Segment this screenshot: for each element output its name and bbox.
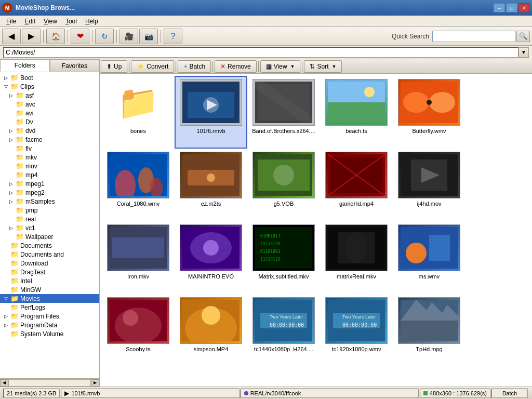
tab-folders[interactable]: Folders <box>0 59 50 72</box>
menu-tool[interactable]: Tool <box>61 17 81 26</box>
tree-item-vc1[interactable]: ▷ 📁vc1 <box>7 223 99 232</box>
tree-item-flv[interactable]: 📁flv <box>7 144 99 153</box>
file-item-beach[interactable]: beach.ts <box>320 76 393 149</box>
tree-item-movies[interactable]: ▽ 📁Movies <box>0 294 99 303</box>
remove-button[interactable]: ✕ Remove <box>215 60 257 73</box>
file-item-matrixreal[interactable]: matrixReal.mkv <box>320 221 393 294</box>
tree-item-mpeg2[interactable]: ▷ 📁mpeg2 <box>7 188 99 197</box>
thumb-svg-butterfly <box>401 82 458 123</box>
menu-file[interactable]: File <box>2 17 20 26</box>
tree-item-documents-and[interactable]: 📁Documents and <box>0 250 99 259</box>
forward-button[interactable]: ▶ <box>22 29 41 44</box>
file-item-ij4hd[interactable]: ij4hd.mov <box>393 149 466 221</box>
sidebar-scrollbar[interactable]: ◀ ▶ <box>0 378 99 387</box>
tree-item-avc[interactable]: 📁avc <box>7 100 99 109</box>
app-title: MovieShop Brows... <box>16 4 494 11</box>
tab-favorites[interactable]: Favorites <box>50 59 100 72</box>
file-item-mainintro[interactable]: MAININTRO.EVO <box>175 221 247 294</box>
refresh-button[interactable]: ↻ <box>95 29 114 44</box>
expand-icon[interactable]: ▷ <box>4 75 10 81</box>
tree-item-programdata[interactable]: ▷ 📁ProgramData <box>0 321 99 329</box>
sidebar-tree: ▷ 📁 Boot ▽ 📁 Clips ▷ 📁asf 📁avc <box>0 72 99 378</box>
status-filename: 101f6.rmvb <box>71 390 100 396</box>
file-item-simpson[interactable]: simpson.MP4 <box>175 294 247 367</box>
svg-rect-7 <box>328 82 385 102</box>
expand-icon[interactable]: ▽ <box>4 84 10 89</box>
app-icon: M <box>2 3 12 13</box>
svg-point-13 <box>427 100 432 105</box>
tree-item-mov[interactable]: 📁mov <box>7 162 99 170</box>
filename-scooby: Scooby.ts <box>126 346 151 352</box>
tree-item-systemvolume[interactable]: 📁System Volume <box>0 329 99 338</box>
help-button[interactable]: ? <box>164 29 182 44</box>
camera-button[interactable]: 📷 <box>139 29 158 44</box>
bookmark-button[interactable]: ❤ <box>71 29 89 44</box>
file-item-gamehd[interactable]: gameHd.mp4 <box>320 149 393 221</box>
tree-item-mingw[interactable]: 📁MinGW <box>0 285 99 294</box>
file-item-bones[interactable]: 📁 bones <box>102 76 175 149</box>
file-item-butterfly[interactable]: Butterfly.wmv <box>393 76 466 149</box>
back-button[interactable]: ◀ <box>2 29 21 44</box>
file-item-scooby[interactable]: Scooby.ts <box>102 294 175 367</box>
sidebar: Folders Favorites ▷ 📁 Boot ▽ 📁 Clips ▷ 📁… <box>0 59 100 387</box>
file-thumb-matrix: 01001011 10110100 01101001 11010110 <box>252 224 315 271</box>
tree-item-facme[interactable]: ▷ 📁facme <box>7 135 99 144</box>
svg-point-45 <box>406 243 427 263</box>
sort-button[interactable]: ⇅ Sort ▼ <box>304 60 342 73</box>
file-thumb-scooby <box>107 297 169 344</box>
tree-item-dvd[interactable]: ▷ 📁dvd <box>7 126 99 135</box>
file-item-g5[interactable]: g5.VOB <box>247 149 320 221</box>
status-batch[interactable]: Batch <box>491 389 528 398</box>
tree-item-intel[interactable]: 📁Intel <box>0 276 99 285</box>
tree-item-mkv[interactable]: 📁mkv <box>7 153 99 162</box>
menu-help[interactable]: Help <box>81 17 102 26</box>
tree-item-mpeg1[interactable]: ▷ 📁mpeg1 <box>7 179 99 188</box>
search-input[interactable] <box>432 31 515 42</box>
tree-item-mp4[interactable]: 📁mp4 <box>7 170 99 179</box>
close-button[interactable]: ✕ <box>518 3 530 12</box>
tree-item-asf[interactable]: ▷ 📁asf <box>7 91 99 100</box>
tree-item-msamples[interactable]: ▷ 📁mSamples <box>7 197 99 206</box>
file-thumb-ez <box>180 152 242 198</box>
file-item-tc1920[interactable]: Two Years Later 00:00:00;00 tc1920x1080p… <box>320 294 393 367</box>
up-button[interactable]: ⬆ Up <box>101 60 127 73</box>
view-button[interactable]: ▦ View ▼ <box>260 60 301 73</box>
file-item-coral[interactable]: Coral_1080.wmv <box>102 149 175 221</box>
tree-item-documents[interactable]: 📁Documents <box>0 241 99 250</box>
record-button[interactable]: 🎥 <box>119 29 138 44</box>
address-input[interactable]: C:/Movies/ <box>3 47 518 58</box>
menu-edit[interactable]: Edit <box>20 17 39 26</box>
tree-item-pmp[interactable]: 📁pmp <box>7 206 99 215</box>
address-dropdown[interactable]: ▼ <box>518 47 529 58</box>
file-item-101f6[interactable]: 101f6.rmvb <box>175 76 247 149</box>
status-resolution-text: 480x360 : 1376.629(s) <box>430 390 487 396</box>
maximize-button[interactable]: □ <box>506 3 517 12</box>
tree-item-dragtest[interactable]: 📁DragTest <box>0 268 99 276</box>
tree-item-boot[interactable]: ▷ 📁 Boot <box>0 73 99 82</box>
svg-point-52 <box>202 306 220 325</box>
tree-item-clips[interactable]: ▽ 📁 Clips <box>0 82 99 91</box>
file-item-ez[interactable]: ez.m2ts <box>175 149 247 221</box>
tree-item-download[interactable]: 📁Download <box>0 259 99 268</box>
minimize-button[interactable]: – <box>494 3 505 12</box>
tree-item-wallpaper[interactable]: 📁Wallpaper <box>7 232 99 241</box>
tree-item-programfiles[interactable]: ▷ 📁Program Files <box>0 312 99 321</box>
file-thumb-gamehd <box>325 152 388 198</box>
file-item-ms[interactable]: ms.wmv <box>393 221 466 294</box>
home-button[interactable]: 🏠 <box>46 29 65 44</box>
file-thumb-mainintro <box>180 224 242 271</box>
file-item-tc1440[interactable]: Two Years Later 00:00:00;00 tc1440x1080p… <box>247 294 320 367</box>
tree-item-perflogs[interactable]: 📁PerfLogs <box>0 303 99 312</box>
file-item-band[interactable]: Band.of.Brothers.x264.... <box>247 76 320 149</box>
menu-view[interactable]: View <box>39 17 61 26</box>
convert-button[interactable]: ⚡ Convert <box>131 60 174 73</box>
file-item-iron[interactable]: Iron.mkv <box>102 221 175 294</box>
batch-button[interactable]: + Batch <box>178 60 211 73</box>
expand-icon[interactable]: ▷ <box>9 93 16 98</box>
tree-item-real[interactable]: 📁real <box>7 215 99 223</box>
file-item-tphd[interactable]: TpHd.mpg <box>393 294 466 367</box>
file-item-matrix[interactable]: 01001011 10110100 01101001 11010110 Matr… <box>247 221 320 294</box>
tree-item-dv[interactable]: 📁Dv <box>7 117 99 126</box>
search-button[interactable]: 🔍 <box>516 31 530 42</box>
tree-item-avi[interactable]: 📁avi <box>7 109 99 117</box>
